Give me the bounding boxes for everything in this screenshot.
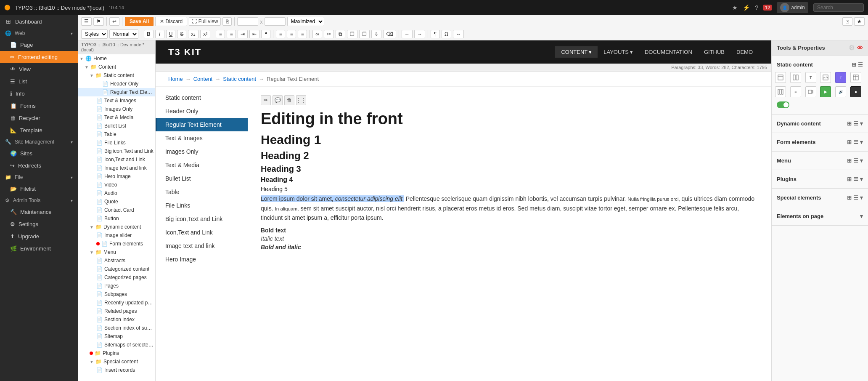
tree-item-text-media[interactable]: 📄 Text & Media [78,113,155,122]
breadcrumb-static[interactable]: Static content [223,76,256,82]
edit-delete-btn[interactable]: 🗑 [284,95,294,105]
tree-item-menu[interactable]: ▼ 📁 Menu [78,248,155,256]
tree-item-table[interactable]: 📄 Table [78,130,155,139]
breadcrumb-content[interactable]: Content [193,76,213,82]
sidebar-group-web[interactable]: 🌐 Web ▾ [0,28,78,39]
align-left-btn[interactable]: ≡ [276,30,285,38]
styles-select[interactable]: Styles [81,29,108,39]
nav-item-demo[interactable]: DEMO [730,46,759,58]
panel-icon-table-sm[interactable] [850,72,861,83]
nav-item-github[interactable]: GITHUB [698,46,730,58]
full-view-button[interactable]: ⛶ Full view [189,17,221,26]
sidebar-item-settings[interactable]: ⚙ Settings [0,218,78,230]
list-view-icon-plugins[interactable]: ☰ [853,176,858,182]
page-nav-big-icon[interactable]: Big icon,Text and Link [156,212,248,226]
panel-section-elements-header[interactable]: Elements on page ▾ [772,210,868,222]
breadcrumb-home[interactable]: Home [168,76,183,82]
panel-icon-image[interactable] [820,72,831,83]
align-right-btn[interactable]: ≡ [298,30,307,38]
flash-icon[interactable]: ⚡ [743,4,750,11]
ordered-list-btn[interactable]: ≡ [216,30,225,38]
page-nav-bullet-list[interactable]: Bullet List [156,172,248,185]
special-chars-btn[interactable]: Ω [442,30,451,38]
panel-icon-audio[interactable]: 🔊 [835,86,846,97]
sidebar-item-page[interactable]: 📄 Page [0,39,78,51]
star-btn[interactable]: ★ [854,17,865,26]
sidebar-item-maintenance[interactable]: 🔨 Maintenance [0,206,78,218]
sidebar-item-filelist[interactable]: 📂 Filelist [0,183,78,195]
paste-plain-btn[interactable]: ❐ [359,30,370,38]
grid-view-icon-menu[interactable]: ⊞ [847,157,852,164]
chevron-down-icon-forms[interactable]: ▾ [860,139,863,145]
grid-view-icon[interactable]: ⊞ [852,61,856,68]
help-icon[interactable]: ? [755,4,758,11]
panel-section-menu-header[interactable]: Menu ⊞ ☰ ▾ [772,155,868,166]
tree-item-cat-pages[interactable]: 📄 Categorized pages [78,273,155,282]
page-nav-header-only[interactable]: Header Only [156,104,248,118]
tree-item-section-subpages[interactable]: 📄 Section index of subpages from s [78,324,155,332]
italic-btn[interactable]: I [155,30,164,38]
list-view-icon[interactable]: ☰ [858,61,863,68]
tree-item-big-icon[interactable]: 📄 Big icon,Text and Link [78,147,155,155]
page-nav-table[interactable]: Table [156,185,248,199]
sidebar-group-admin-tools[interactable]: ⚙ Admin Tools ▾ [0,195,78,206]
unordered-list-btn[interactable]: ≡ [227,30,236,38]
sidebar-group-file[interactable]: 📁 File ▾ [0,172,78,183]
panel-icon-1col[interactable] [775,72,786,83]
tree-item-abstracts[interactable]: 📄 Abstracts [78,256,155,265]
paste-word-btn[interactable]: ⇩ [371,30,381,38]
grid-view-icon-special[interactable]: ⊞ [847,194,852,201]
admin-menu[interactable]: 👤 admin [777,2,808,13]
panel-icon-purple[interactable]: T [835,72,846,83]
subscript-btn[interactable]: x₂ [188,30,198,38]
restore-btn[interactable]: ⊡ [842,17,852,26]
panel-section-forms-header[interactable]: Form elements ⊞ ☰ ▾ [772,136,868,148]
sidebar-group-site-management[interactable]: 🔧 Site Management ▾ [0,136,78,147]
toggle-switch[interactable] [777,101,789,108]
redo-btn[interactable]: → [414,30,425,38]
panel-section-special-header[interactable]: Special elements ⊞ ☰ ▾ [772,192,868,203]
sidebar-item-view[interactable]: 👁 View [0,63,78,75]
grid-view-icon-forms[interactable]: ⊞ [847,139,852,145]
panel-section-static-header[interactable]: Static content ⊞ ☰ [772,59,868,70]
panel-icon-3col[interactable] [775,86,786,97]
tree-item-hero-image[interactable]: 📄 Hero Image [78,172,155,181]
list-view-icon-dyn[interactable]: ☰ [853,120,858,127]
copy-btn[interactable]: ⎘ [222,17,232,26]
sidebar-item-upgrade[interactable]: ⬆ Upgrade [0,230,78,242]
sidebar-item-forms[interactable]: 📋 Forms [0,100,78,112]
chevron-down-icon-dyn[interactable]: ▾ [860,120,863,127]
format-select[interactable]: Normal [109,29,138,39]
sidebar-item-sites[interactable]: 🌍 Sites [0,147,78,160]
sidebar-item-environment[interactable]: 🌿 Environment [0,242,78,255]
superscript-btn[interactable]: x² [200,30,210,38]
tree-item-contact-card[interactable]: 📄 Contact Card [78,206,155,214]
tree-item-home[interactable]: ▼ 🌐 Home [78,54,155,63]
tree-item-section-index[interactable]: 📄 Section index [78,315,155,324]
tree-item-icon-text[interactable]: 📄 Icon,Text and Link [78,155,155,164]
grid-view-icon-plugins[interactable]: ⊞ [847,176,852,182]
tree-item-pages[interactable]: 📄 Pages [78,282,155,290]
nav-item-layouts[interactable]: LAYOUTS ▾ [598,46,639,58]
tree-item-audio[interactable]: 📄 Audio [78,189,155,197]
page-nav-regular-text[interactable]: Regular Text Element [156,118,248,131]
outdent-btn[interactable]: ⇤ [249,30,259,38]
tree-item-header-only[interactable]: 📄 Header Only [78,80,155,88]
sidebar-item-redirects[interactable]: ↪ Redirects [0,160,78,172]
tree-item-video[interactable]: 📄 Video [78,181,155,189]
list-view-icon-special[interactable]: ☰ [853,194,858,201]
panel-icon-dark[interactable]: ■ [850,86,861,97]
tree-item-image-slider[interactable]: 📄 Image slider [78,231,155,240]
discard-button[interactable]: ✕ Discard [155,17,187,26]
panel-section-dynamic-header[interactable]: Dynamic content ⊞ ☰ ▾ [772,118,868,129]
page-nav-icon-text[interactable]: Icon,Text and Link [156,226,248,239]
page-nav-text-media[interactable]: Text & Media [156,158,248,172]
cut-btn[interactable]: ✂ [324,30,334,38]
sidebar-item-recycler[interactable]: 🗑 Recycler [0,112,78,124]
page-nav-hero-image[interactable]: Hero Image [156,253,248,266]
indent-btn[interactable]: ⇥ [238,30,248,38]
underline-btn[interactable]: U [166,30,176,38]
clear-format-btn[interactable]: ⌫ [383,30,396,38]
edit-info-btn[interactable]: 💬 [273,95,283,105]
view-mode-select[interactable]: Maximized [287,17,324,26]
